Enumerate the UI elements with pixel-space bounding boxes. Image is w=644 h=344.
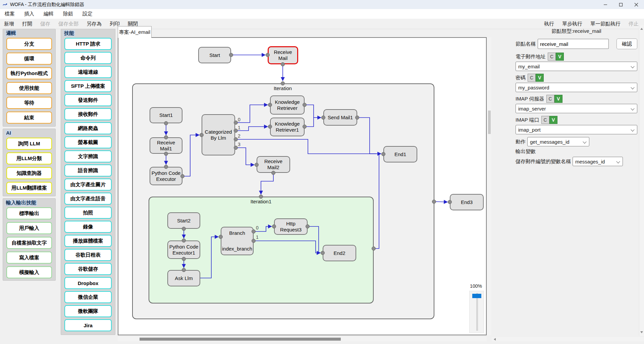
node-python-code-executor[interactable]: Python Code Executor [150,167,182,185]
palette-item-text-to-speech[interactable]: 由文字產生語音 [64,193,112,205]
inspector-vertical-scrollbar[interactable] [639,25,644,336]
zoom-slider[interactable] [469,291,484,333]
palette-item-sftp-upload[interactable]: SFTP 上傳檔案 [64,80,112,92]
palette-item-http-request[interactable]: HTTP 請求 [64,38,112,50]
password-select[interactable]: my_password [516,83,637,92]
node-end2[interactable]: End2 [323,245,356,261]
node-categorized-by-llm[interactable]: Categorized By Llm [202,114,235,155]
imap-server-select[interactable]: imap_server [516,104,637,113]
email-address-select[interactable]: my_email [516,62,637,71]
palette-item-text-to-image[interactable]: 由文字產生圖片 [64,179,112,191]
scroll-left-icon[interactable] [494,338,496,341]
menu-insert[interactable]: 插入 [19,11,39,17]
node-name-input[interactable] [538,39,609,49]
workflow-canvas[interactable]: Iteration Iteration1 Start Receive Mail … [118,37,487,335]
node-start[interactable]: Start [198,47,231,63]
toolbar-run[interactable]: 執行 [540,21,558,27]
imap-port-variable-toggle[interactable]: V [549,116,557,124]
node-end1[interactable]: End1 [383,146,417,162]
minimize-button[interactable] [598,0,613,9]
palette-item-classify-llm[interactable]: 用LLM分類 [6,152,52,164]
menu-debug[interactable]: 除錯 [58,11,78,17]
menu-edit[interactable]: 編輯 [39,11,58,17]
palette-item-stdout[interactable]: 標準輸出 [6,207,52,219]
node-branch[interactable]: Branch index_branch [221,227,254,255]
save-message-id-select[interactable]: messages_id [573,157,623,166]
menu-settings[interactable]: 設定 [78,11,97,17]
imap-port-constant-toggle[interactable]: C [541,116,549,124]
palette-item-remote-connect[interactable]: 遠端連線 [64,66,112,78]
inspector-horizontal-scrollbar[interactable] [492,337,644,341]
password-constant-toggle[interactable]: C [528,74,536,82]
node-start2[interactable]: Start2 [167,212,200,229]
node-ask-llm[interactable]: Ask Llm [167,270,200,286]
action-value: get_messages_id [530,139,570,145]
node-end3[interactable]: End3 [450,194,484,210]
toolbar-save-as[interactable]: 另存為 [83,21,106,27]
palette-item-record-video[interactable]: 錄像 [64,221,112,233]
palette-item-simulate-input[interactable]: 模擬輸入 [6,266,52,278]
palette-item-write-file[interactable]: 寫入檔案 [6,252,52,264]
palette-item-run-python[interactable]: 執行Python程式 [6,67,52,79]
canvas-horizontal-scrollbar-thumb[interactable] [140,338,341,341]
palette-item-extract-text[interactable]: 自檔案抽取文字 [6,237,52,249]
email-variable-toggle[interactable]: V [556,53,564,61]
maximize-button[interactable] [613,0,629,9]
scroll-down-icon[interactable] [640,331,643,333]
palette-item-ms-teams[interactable]: 微軟團隊 [64,305,112,317]
node-send-mail1[interactable]: Send Mail1 [323,109,357,126]
canvas-vertical-scrollbar-thumb[interactable] [488,111,491,134]
node-receive-mail1[interactable]: Receive Mail1 [150,137,182,154]
palette-item-ocr[interactable]: 文字辨識 [64,150,112,162]
node-http-request3[interactable]: Http Request3 [274,218,308,235]
node-receive-mail2[interactable]: Receive Mail2 [257,156,290,173]
palette-item-jira[interactable]: Jira [64,319,112,331]
palette-item-ask-llm[interactable]: 詢問 LLM [6,138,52,150]
node-knowledge-retriever[interactable]: Knowledge Retriever [270,95,305,115]
toolbar-save[interactable]: 儲存 [36,21,54,27]
imap-server-variable-toggle[interactable]: V [554,95,562,103]
toolbar-new[interactable]: 新增 [0,21,18,27]
menu-file[interactable]: 檔案 [0,11,19,17]
node-knowledge-retriever1[interactable]: Knowledge Retriever1 [270,118,305,136]
node-receive-mail[interactable]: Receive Mail [268,46,298,64]
node-start1[interactable]: Start1 [150,107,182,123]
palette-item-wait[interactable]: 等待 [6,97,52,109]
palette-item-branch[interactable]: 分支 [6,38,52,50]
imap-server-constant-toggle[interactable]: C [546,95,554,103]
palette-item-loop[interactable]: 循環 [6,53,52,65]
node-python-code-executor1[interactable]: Python Code Executor1 [167,240,200,259]
tab-project-ai-email[interactable]: 專案-AI_email [118,26,152,38]
action-select[interactable]: get_messages_id [527,137,589,146]
palette-item-google-storage[interactable]: 谷歌儲存 [64,263,112,275]
palette-item-receive-mail[interactable]: 接收郵件 [64,108,112,120]
palette-item-speech-recognition[interactable]: 語音辨識 [64,164,112,177]
password-variable-toggle[interactable]: V [536,74,544,82]
toolbar-save-all[interactable]: 儲存全部 [54,21,83,27]
toolbar-single-node-run[interactable]: 單一節點執行 [586,21,625,27]
canvas-horizontal-scrollbar[interactable] [118,337,487,341]
palette-item-command-line[interactable]: 命令列 [64,52,112,64]
toolbar-open[interactable]: 打開 [18,21,36,27]
palette-item-google-calendar[interactable]: 谷歌日程表 [64,249,112,261]
palette-item-wechat-work[interactable]: 微信企業 [64,291,112,303]
imap-port-select[interactable]: imap_port [516,125,637,134]
palette-item-dropbox[interactable]: Dropbox [64,277,112,289]
palette-item-send-mail[interactable]: 發送郵件 [64,94,112,106]
email-constant-toggle[interactable]: C [548,53,556,61]
palette-item-user-input[interactable]: 用戶輸入 [6,222,52,234]
palette-item-take-photo[interactable]: 拍照 [64,207,112,219]
confirm-button[interactable]: 確認 [616,39,637,49]
palette-item-llm-translate[interactable]: 用LLM翻譯檔案 [6,182,52,194]
palette-item-web-crawler[interactable]: 網路爬蟲 [64,122,112,134]
zoom-slider-thumb[interactable] [472,294,481,298]
toolbar-step-run[interactable]: 單步執行 [558,21,586,27]
palette-item-knowledge-retriever[interactable]: 知識查詢器 [6,167,52,179]
scroll-up-icon[interactable] [640,28,643,30]
palette-item-play-media[interactable]: 播放媒體檔案 [64,235,112,247]
palette-item-end[interactable]: 結束 [6,112,52,124]
palette-item-use-skill[interactable]: 使用技能 [6,82,52,94]
palette-item-screenshot[interactable]: 螢幕截圖 [64,136,112,148]
close-button[interactable] [629,0,644,9]
canvas-vertical-scrollbar[interactable] [487,37,491,335]
